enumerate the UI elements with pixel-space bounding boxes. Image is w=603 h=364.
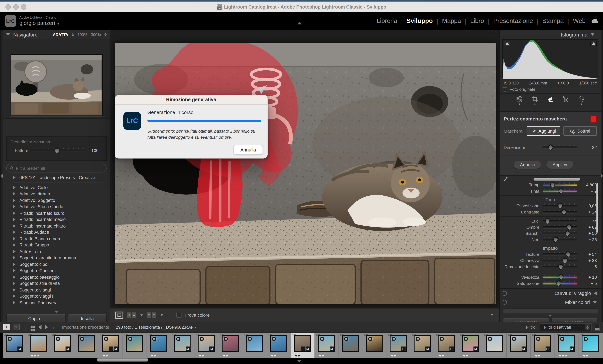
zoom-spinner-icon[interactable] (72, 33, 74, 36)
photo-thumbnail[interactable]: ⇄◪ (6, 335, 23, 352)
photo-thumbnail[interactable]: ⇄◪ (174, 335, 191, 352)
filmstrip-cell-70[interactable]: 70⇄◪★★★ (555, 333, 579, 358)
masking-tool[interactable] (578, 96, 585, 105)
slider-saturazione[interactable]: Saturazione− 5 (500, 280, 601, 286)
star-rating[interactable]: ★★★ (31, 354, 40, 357)
slider-track[interactable] (543, 260, 578, 262)
wb-preset-bar[interactable] (533, 178, 580, 180)
photo-thumbnail[interactable]: ⇄ (126, 335, 143, 352)
right-panel-scrollbar[interactable] (596, 183, 598, 233)
navigator-thumbnail[interactable] (11, 54, 103, 116)
module-tab-sviluppo[interactable]: Sviluppo (406, 17, 433, 24)
star-rating[interactable]: ★★ (270, 354, 277, 357)
filmstrip-cell-68[interactable]: 68⇄◪ (507, 333, 531, 358)
slider-bianchi[interactable]: Bianchi+ 50 (500, 230, 601, 236)
module-tab-presentazione[interactable]: Presentazione (493, 17, 533, 24)
navigator-header[interactable]: Navigatore ADATTA 100% 300% (3, 30, 110, 39)
photo-thumbnail[interactable]: ⇄▢ (438, 335, 455, 352)
slider-track[interactable] (543, 239, 578, 240)
slider-esposizione[interactable]: Esposizione+ 0,05 (500, 203, 601, 209)
module-tab-stampa[interactable]: Stampa (542, 17, 564, 24)
original-photo-checkbox[interactable] (503, 87, 507, 91)
loupe-view-button[interactable] (115, 311, 123, 319)
preset-search-field[interactable]: Filtra predefiniti (6, 164, 107, 172)
shadow-clipping-indicator[interactable] (504, 41, 510, 46)
module-tab-libro[interactable]: Libro (470, 17, 484, 24)
basic-adjustments-tool[interactable] (516, 96, 523, 105)
slider-track[interactable] (543, 232, 578, 234)
filmstrip-cell-63[interactable]: 63⇄▢★★ (387, 333, 411, 358)
slider-track[interactable] (543, 220, 578, 222)
filmstrip-cell-55[interactable]: 55⇄◪★★ (195, 333, 219, 358)
slider-temp[interactable]: Temp4.800 (500, 182, 601, 188)
split-view-button[interactable]: YY (147, 312, 157, 318)
slider-track[interactable] (543, 190, 578, 192)
filmstrip-cell-54[interactable]: 54⇄◪ (171, 333, 195, 358)
filmstrip-cell-48[interactable]: 48★★★ (27, 333, 51, 358)
star-rating[interactable]: ★★ (391, 354, 397, 357)
zoom-window-button[interactable] (21, 4, 26, 10)
slider-track[interactable] (31, 149, 86, 151)
photo-thumbnail[interactable]: ⇄◪ (462, 335, 479, 352)
filmstrip-cell-67[interactable]: 67⇄ (483, 333, 507, 358)
filmstrip-cell-61[interactable]: 61⇄ (339, 333, 363, 358)
zoom-spinner-icon[interactable] (104, 33, 107, 36)
slider-track[interactable] (543, 184, 578, 186)
star-rating[interactable]: ★★ (222, 354, 229, 357)
slider-rimozione-foschia[interactable]: Rimozione foschia+ 5 (500, 263, 601, 270)
filmstrip-cell-60[interactable]: 60⇄◪★★ (315, 333, 339, 358)
preset-group[interactable]: Stagioni: Primavera (3, 299, 110, 306)
photo-thumbnail[interactable]: ⇄ (150, 335, 167, 352)
star-rating[interactable]: ★★ (439, 354, 445, 357)
star-rating[interactable]: ★★ (582, 354, 589, 357)
preset-group[interactable]: Adattivo: Soggetto (3, 197, 110, 204)
photo-thumbnail[interactable]: ⇄◪ (54, 335, 71, 352)
photo-thumbnail[interactable]: ◪▢ (294, 335, 311, 352)
filmstrip-cell-62[interactable]: 62⇄ (363, 333, 387, 358)
preset-group[interactable]: Soggetto: Concerti (3, 267, 110, 274)
crop-tool[interactable] (531, 96, 538, 105)
account-menu[interactable]: giorgio panzeri ▼ (19, 20, 60, 26)
slider-texture[interactable]: Texture+ 54 (500, 251, 601, 257)
module-tab-libreria[interactable]: Libreria (376, 17, 398, 24)
slider-track[interactable] (543, 253, 578, 255)
scrollbar-handle[interactable] (97, 358, 148, 362)
slider-track[interactable] (543, 276, 578, 278)
slider-chiarezza[interactable]: Chiarezza+ 33 (500, 257, 601, 263)
filmstrip-source-label[interactable]: Importazione precedente (62, 325, 109, 330)
slider-track[interactable] (543, 205, 578, 207)
photo-preview[interactable] (115, 43, 496, 304)
toolbar-options-caret[interactable] (491, 314, 493, 316)
star-rating[interactable]: ★★ (318, 354, 325, 357)
cloud-sync-icon[interactable] (591, 18, 599, 24)
star-rating[interactable]: ★★ (463, 354, 469, 357)
chevron-down-icon[interactable] (140, 314, 143, 316)
filter-toggle-switch[interactable] (595, 324, 600, 330)
mask-color-swatch[interactable] (590, 116, 597, 122)
filmstrip-cell-56[interactable]: 56⇄★★ (219, 333, 243, 358)
primary-monitor-button[interactable]: 1 (3, 324, 10, 330)
photo-thumbnail[interactable]: ⇄▢ (534, 335, 551, 352)
preset-group[interactable]: Adattivo: ritratto (3, 191, 110, 197)
preset-group[interactable]: Auto+: rétro (3, 248, 110, 255)
photo-thumbnail[interactable]: ⇄◪▢ (102, 335, 119, 352)
eyedropper-icon[interactable] (503, 177, 508, 182)
tone-curve-header[interactable]: Curva di viraggio (500, 289, 601, 298)
star-rating[interactable]: ★★ (534, 354, 541, 357)
slider-track[interactable] (543, 211, 578, 213)
slider-neri[interactable]: Neri− 25 (500, 236, 601, 243)
star-rating[interactable]: ★★★ (558, 354, 568, 357)
collapse-top-panel-arrow[interactable] (297, 22, 302, 24)
histogram-header[interactable]: Istogramma (500, 30, 601, 39)
photo-thumbnail[interactable]: ⇄ (582, 335, 599, 352)
filmstrip-cell-49[interactable]: 49⇄◪ (51, 333, 75, 358)
before-after-button[interactable]: RA (126, 312, 136, 318)
preset-group[interactable]: Soggetto: architettura urbana (3, 255, 110, 261)
slider-fattore[interactable]: Fattore100 (11, 147, 103, 153)
mask-size-slider[interactable]: Dimensioni22 (500, 144, 601, 150)
photo-thumbnail[interactable]: ⇄◪ (318, 335, 335, 352)
filmstrip-cell-50[interactable]: 50⇄ (75, 333, 99, 358)
star-rating[interactable]: ★★ (151, 354, 157, 357)
remove-tool-active[interactable] (547, 96, 554, 105)
histogram[interactable] (502, 39, 598, 80)
